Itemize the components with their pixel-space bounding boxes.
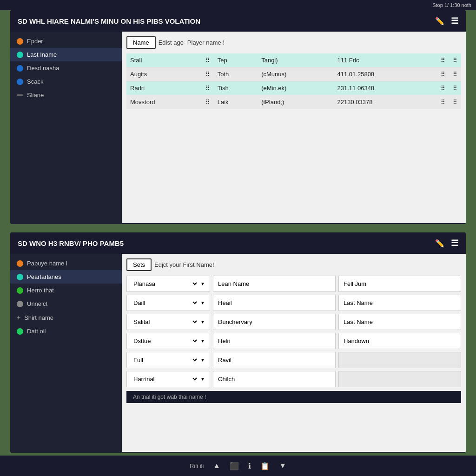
panel1-sidebar: Epder Last Iname Desd nasha Scack Sliane <box>10 32 122 223</box>
menu-icon[interactable]: ☰ <box>451 16 458 26</box>
panel2-sidebar-item-5[interactable]: Datt oil <box>10 324 122 338</box>
plus-icon: + <box>17 314 20 321</box>
cell-col2: Toth <box>214 67 258 81</box>
panel2-sidebar-item-4[interactable]: + Shirt name <box>10 311 122 324</box>
p2-icon-1 <box>17 274 23 280</box>
select-1[interactable]: Daill <box>132 299 198 307</box>
panel2-tab-desc: Edjct your First Name! <box>154 261 214 268</box>
cell-dots2: ⠿ <box>437 67 449 81</box>
sidebar-item-1[interactable]: Last Iname <box>10 48 122 61</box>
select-2[interactable]: Salital <box>132 318 198 326</box>
cell-dots: ⠿ <box>202 81 214 95</box>
cell-dots3: ⠿ <box>449 67 461 81</box>
cell-col2: Laik <box>214 95 258 109</box>
bottom-icon-info[interactable]: ℹ <box>248 462 251 470</box>
select-3[interactable]: Dsttue <box>132 337 198 345</box>
panel1-body: Epder Last Iname Desd nasha Scack Sliane… <box>10 32 466 223</box>
cell-dots3: ⠿ <box>449 81 461 95</box>
cell-col3: (cMunus) <box>258 67 333 81</box>
form-middle-0: Lean Name <box>213 276 336 292</box>
icon-3 <box>17 79 23 85</box>
form-dropdown-0[interactable]: Planasa▼ <box>126 276 210 292</box>
table-row-3: Movstord ⠿ Laik (tPland;) 22130.03378 ⠿ … <box>126 95 461 109</box>
panel2-sidebar: Pabuye name l Peartarlanes Herro that Un… <box>10 254 122 452</box>
bottom-bar: Rili ili ▲ ⬛ ℹ 📋 ▼ <box>0 456 476 476</box>
cell-col1: Stall <box>126 53 202 67</box>
form-dropdown-2[interactable]: Salital▼ <box>126 314 210 330</box>
cell-dots2: ⠿ <box>437 81 449 95</box>
form-middle-4: Ravil <box>213 352 336 368</box>
edit-icon[interactable]: ✏️ <box>435 17 444 26</box>
sidebar-item-2[interactable]: Desd nasha <box>10 61 122 75</box>
table-row-2: Radri ⠿ Tish (eMin.ek) 231.11 06348 ⠿ ⠿ <box>126 81 461 95</box>
form-dropdown-5[interactable]: Harrinal▼ <box>126 371 210 387</box>
cell-col1: Augits <box>126 67 202 81</box>
bottom-icon-square[interactable]: ⬛ <box>230 462 239 470</box>
tab-sets[interactable]: Sets <box>126 258 152 271</box>
table-row-1: Augits ⠿ Toth (cMunus) 411.01.25808 ⠿ ⠿ <box>126 67 461 81</box>
cell-col3: (eMin.ek) <box>258 81 333 95</box>
cell-col2: Tep <box>214 53 258 67</box>
select-0[interactable]: Planasa <box>132 280 198 288</box>
panel1-table: Stall ⠿ Tep Tangi) 111 Frlc ⠿ ⠿ Augits ⠿… <box>126 53 461 109</box>
form-right-5 <box>338 371 461 387</box>
icon-4 <box>17 94 23 96</box>
panel-1: SD WHL HIARE NALMI'S MINU ON HIS PIBS VO… <box>10 10 466 224</box>
panel2-sidebar-item-1[interactable]: Peartarlanes <box>10 270 122 284</box>
panel2-sidebar-item-0[interactable]: Pabuye name l <box>10 257 122 270</box>
p2-sidebar-label-2: Herro that <box>27 287 54 294</box>
cell-col2: Tish <box>214 81 258 95</box>
form-dropdown-3[interactable]: Dsttue▼ <box>126 333 210 349</box>
status-text: Stop 1/ 1:30 noth <box>432 2 471 8</box>
panel2-body: Pabuye name l Peartarlanes Herro that Un… <box>10 254 466 452</box>
panel2-title: SD WNO H3 RNBV/ PHO PAMB5 <box>18 239 124 247</box>
bottom-icon-up[interactable]: ▲ <box>213 462 220 470</box>
form-middle-5: Chilch <box>213 371 336 387</box>
status-message: An tnal iti got wab thai name ! <box>133 394 206 400</box>
panel2-header-icons: ✏️ ☰ <box>435 238 458 248</box>
table-row-0: Stall ⠿ Tep Tangi) 111 Frlc ⠿ ⠿ <box>126 53 461 67</box>
form-right-4 <box>338 352 461 368</box>
sidebar-item-0[interactable]: Epder <box>10 34 122 48</box>
form-dropdown-4[interactable]: Full▼ <box>126 352 210 368</box>
panel2-form-grid: Planasa▼Lean NameFell JumDaill▼HeailLast… <box>126 276 461 387</box>
top-bar: Stop 1/ 1:30 noth <box>0 0 476 10</box>
panel2-sidebar-item-2[interactable]: Herro that <box>10 284 122 297</box>
form-middle-3: Helri <box>213 333 336 349</box>
tab-name[interactable]: Name <box>126 36 156 49</box>
cell-dots: ⠿ <box>202 95 214 109</box>
icon-1 <box>17 52 23 58</box>
cell-dots2: ⠿ <box>437 95 449 109</box>
cell-col4: 411.01.25808 <box>334 67 437 81</box>
form-right-2: Last Name <box>338 314 461 330</box>
cell-dots2: ⠿ <box>437 53 449 67</box>
panel2-sidebar-item-3[interactable]: Unneict <box>10 297 122 311</box>
cell-dots3: ⠿ <box>449 95 461 109</box>
panel1-title: SD WHL HIARE NALMI'S MINU ON HIS PIBS VO… <box>18 17 200 25</box>
menu-icon-2[interactable]: ☰ <box>451 238 458 248</box>
cell-dots: ⠿ <box>202 67 214 81</box>
form-right-1: Last Name <box>338 295 461 311</box>
sidebar-label-0: Epder <box>27 38 43 45</box>
panel1-tab-bar: Name Edist age- Player name ! <box>126 36 461 49</box>
select-4[interactable]: Full <box>132 356 198 364</box>
panel2-status: An tnal iti got wab thai name ! <box>126 391 461 403</box>
edit-icon-2[interactable]: ✏️ <box>435 239 444 248</box>
p2-icon-0 <box>17 260 23 267</box>
panel2-header: SD WNO H3 RNBV/ PHO PAMB5 ✏️ ☰ <box>10 232 466 254</box>
cell-col1: Radri <box>126 81 202 95</box>
sidebar-label-2: Desd nasha <box>27 65 59 72</box>
cell-col4: 111 Frlc <box>334 53 437 67</box>
p2-icon-5 <box>17 328 23 335</box>
p2-sidebar-label-5: Datt oil <box>27 328 46 335</box>
select-5[interactable]: Harrinal <box>132 375 198 383</box>
bottom-icon-clipboard[interactable]: 📋 <box>260 462 270 470</box>
icon-0 <box>17 38 23 45</box>
form-dropdown-1[interactable]: Daill▼ <box>126 295 210 311</box>
sidebar-item-4[interactable]: Sliane <box>10 88 122 102</box>
bottom-icon-down[interactable]: ▼ <box>279 462 286 470</box>
p2-sidebar-label-4: Shirt name <box>24 314 53 321</box>
form-right-0: Fell Jum <box>338 276 461 292</box>
panel1-header-icons: ✏️ ☰ <box>435 16 458 26</box>
sidebar-item-3[interactable]: Scack <box>10 75 122 88</box>
